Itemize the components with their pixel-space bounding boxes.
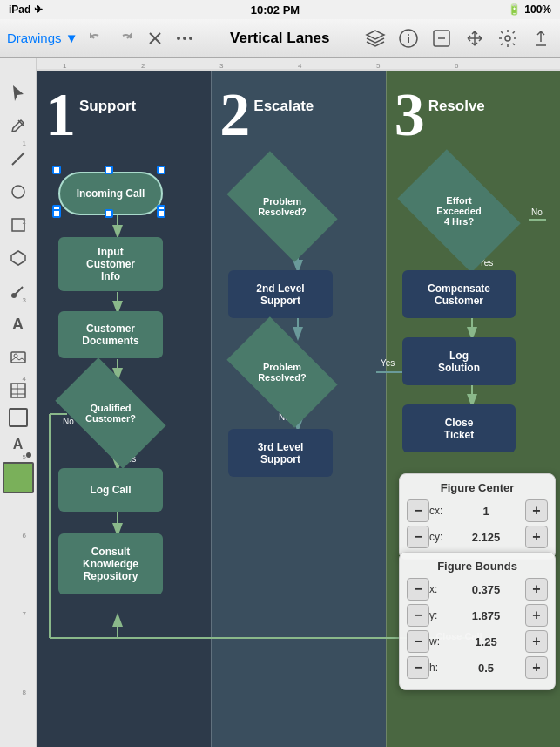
- cy-row: − cy: 2.125 +: [407, 526, 548, 548]
- x-row: − x: 0.375 +: [407, 578, 548, 601]
- close-ticket-shape[interactable]: CloseTicket: [402, 404, 516, 452]
- lane-1-number: 1: [45, 87, 76, 142]
- 2nd-level-support-shape[interactable]: 2nd LevelSupport: [228, 270, 333, 318]
- svg-point-2: [177, 37, 180, 40]
- svg-text:6: 6: [23, 532, 27, 540]
- handle-tl[interactable]: [52, 166, 61, 174]
- cx-row: − cx: 1 +: [407, 499, 548, 522]
- figure-bounds-panel: Figure Bounds − x: 0.375 + − y: 1.875 + …: [399, 552, 556, 690]
- h-label: h:: [429, 662, 447, 674]
- y-minus-button[interactable]: −: [407, 604, 429, 627]
- lane-3-title: Resolve: [428, 87, 485, 115]
- lane-3-header: 3 Resolve: [386, 80, 560, 149]
- lane-1-header: 1 Support: [37, 80, 211, 149]
- h-minus-button[interactable]: −: [407, 656, 429, 679]
- settings-icon[interactable]: [496, 26, 520, 51]
- handle-tr[interactable]: [157, 166, 165, 174]
- svg-point-10: [505, 36, 510, 41]
- toolbar-title: Vertical Lanes: [230, 30, 329, 47]
- status-bar-time: 10:02 PM: [251, 3, 300, 17]
- svg-point-7: [408, 34, 409, 36]
- w-plus-button[interactable]: +: [525, 630, 548, 653]
- cy-value: 2.125: [447, 531, 525, 544]
- problem-resolved-1-shape[interactable]: ProblemResolved?: [226, 172, 339, 241]
- handle-bc[interactable]: [105, 209, 113, 218]
- cy-minus-button[interactable]: −: [407, 526, 429, 548]
- svg-text:2: 2: [141, 62, 145, 70]
- figure-bounds-title: Figure Bounds: [407, 560, 548, 573]
- status-bar-right: 🔋 100%: [508, 3, 551, 16]
- drawings-button[interactable]: Drawings ▼: [7, 31, 78, 45]
- cy-plus-button[interactable]: +: [525, 526, 548, 548]
- w-label: w:: [429, 635, 447, 648]
- 3rd-level-support-shape[interactable]: 3rd LevelSupport: [228, 429, 333, 477]
- lane-1-title: Support: [79, 87, 136, 115]
- info-icon[interactable]: [396, 26, 421, 51]
- compensate-customer-shape[interactable]: CompensateCustomer: [402, 270, 516, 318]
- layers-icon[interactable]: [363, 26, 388, 51]
- lane-2-header: 2 Escalate: [211, 80, 385, 149]
- svg-text:1: 1: [23, 139, 27, 147]
- lane-2-title: Escalate: [253, 87, 314, 115]
- more-button[interactable]: [172, 26, 197, 51]
- x-plus-button[interactable]: +: [525, 578, 548, 601]
- cx-label: cx:: [429, 505, 447, 517]
- handle-br[interactable]: [157, 209, 165, 218]
- log-call-shape[interactable]: Log Call: [58, 468, 163, 512]
- y-plus-button[interactable]: +: [525, 604, 548, 627]
- w-value: 1.25: [447, 635, 525, 649]
- tools-panel: 1 2 3 4 5 6 7 8: [0, 71, 37, 747]
- effort-exceeded-shape[interactable]: EffortExceeded4 Hrs?: [398, 172, 520, 250]
- handle-tc[interactable]: [105, 166, 113, 174]
- ruler-top: 1 2 3 4 5 6: [0, 58, 560, 71]
- h-plus-button[interactable]: +: [525, 656, 548, 679]
- h-row: − h: 0.5 +: [407, 656, 548, 679]
- svg-text:7: 7: [23, 610, 27, 618]
- log-solution-shape[interactable]: LogSolution: [402, 337, 516, 385]
- handle-bl[interactable]: [52, 209, 61, 218]
- x-label: x:: [429, 583, 447, 595]
- customer-documents-shape[interactable]: CustomerDocuments: [58, 311, 163, 358]
- svg-point-4: [189, 37, 192, 40]
- svg-text:4: 4: [298, 62, 302, 70]
- undo-button[interactable]: [84, 26, 108, 51]
- cx-plus-button[interactable]: +: [525, 499, 548, 522]
- consult-knowledge-shape[interactable]: ConsultKnowledgeRepository: [58, 533, 163, 594]
- lane-2-number: 2: [219, 87, 250, 142]
- battery-label: 100%: [524, 3, 551, 16]
- toolbar: Drawings ▼ Vertical Lanes: [0, 19, 560, 58]
- move-icon[interactable]: [462, 26, 487, 51]
- toolbar-left: Drawings ▼: [7, 26, 197, 51]
- input-customer-shape[interactable]: InputCustomerInfo: [58, 237, 163, 291]
- svg-point-3: [183, 37, 186, 40]
- qualified-customer-shape[interactable]: QualifiedCustomer?: [54, 378, 167, 448]
- toolbar-right: [363, 26, 553, 51]
- x-minus-button[interactable]: −: [407, 578, 429, 601]
- svg-text:3: 3: [219, 62, 224, 70]
- svg-text:4: 4: [23, 375, 27, 383]
- close-button[interactable]: [143, 26, 167, 51]
- export-icon[interactable]: [429, 26, 454, 51]
- svg-text:1: 1: [63, 62, 67, 70]
- status-bar-left: iPad ✈: [9, 3, 43, 16]
- svg-text:6: 6: [455, 62, 459, 70]
- w-row: − w: 1.25 +: [407, 630, 548, 653]
- svg-text:5: 5: [23, 453, 27, 461]
- svg-text:2: 2: [23, 218, 27, 226]
- problem-resolved-2-shape[interactable]: ProblemResolved?: [226, 337, 339, 407]
- x-value: 0.375: [447, 583, 525, 596]
- canvas-area[interactable]: 1 Support 2 Escalate 3 Resolve: [37, 71, 560, 747]
- cx-value: 1: [447, 505, 525, 518]
- diagram: 1 Support 2 Escalate 3 Resolve: [37, 71, 560, 747]
- bluetooth-icon: 🔋: [508, 3, 521, 16]
- cy-label: cy:: [429, 531, 447, 543]
- cx-minus-button[interactable]: −: [407, 499, 429, 522]
- lane-3-number: 3: [395, 87, 425, 142]
- redo-button[interactable]: [113, 26, 138, 51]
- svg-text:8: 8: [23, 689, 27, 696]
- w-minus-button[interactable]: −: [407, 630, 429, 653]
- h-value: 0.5: [447, 662, 525, 675]
- y-value: 1.875: [447, 609, 525, 622]
- device-label: iPad ✈: [9, 3, 43, 16]
- share-icon[interactable]: [529, 26, 553, 51]
